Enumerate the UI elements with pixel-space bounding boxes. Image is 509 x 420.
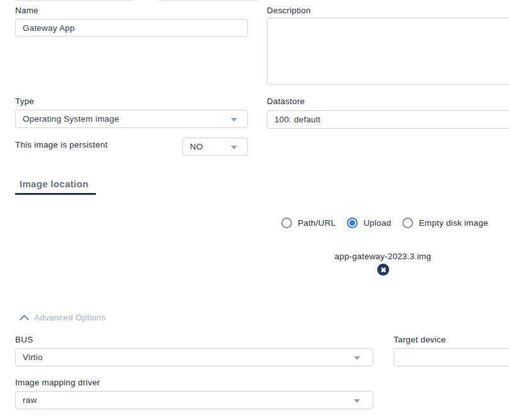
description-textarea[interactable] [267, 18, 509, 85]
persistent-select-value: NO [190, 142, 203, 151]
chevron-up-icon [20, 315, 29, 320]
remove-file-button[interactable] [377, 264, 389, 276]
name-label: Name [15, 6, 38, 15]
tab-image-location[interactable]: Image location [20, 178, 88, 189]
image-create-form: Name Description Type Operating System i… [0, 0, 509, 420]
persistent-label: This image is persistent [15, 140, 108, 149]
datastore-select-value: 100: default [274, 115, 320, 124]
chevron-down-icon [231, 146, 237, 149]
description-label: Description [267, 6, 311, 15]
chevron-down-icon [354, 399, 360, 403]
radio-empty-disk-image-label: Empty disk image [419, 218, 488, 228]
top-divider-segment [15, 0, 134, 1]
tab-active-underline [15, 193, 96, 195]
type-label: Type [15, 96, 34, 106]
image-mapping-driver-label: Image mapping driver [15, 378, 100, 387]
radio-upload-label: Upload [363, 218, 391, 228]
name-input[interactable] [15, 19, 248, 37]
image-mapping-driver-select-value: raw [23, 395, 37, 405]
radio-icon [347, 218, 358, 228]
bus-select-value: Virtio [23, 353, 43, 362]
advanced-options-toggle[interactable]: Advanced Options [20, 313, 106, 322]
type-select-value: Operating System image [23, 114, 119, 124]
image-mapping-driver-select[interactable]: raw [15, 391, 373, 409]
top-divider-segment [159, 0, 259, 1]
advanced-options-label: Advanced Options [34, 313, 106, 322]
radio-upload[interactable]: Upload [347, 218, 391, 228]
radio-empty-disk-image[interactable]: Empty disk image [402, 218, 488, 228]
datastore-label: Datastore [267, 96, 305, 106]
radio-icon [281, 218, 292, 228]
target-device-label: Target device [394, 335, 446, 344]
bus-select[interactable]: Virtio [15, 348, 373, 366]
radio-icon [402, 218, 413, 228]
bus-label: BUS [15, 335, 33, 344]
type-select[interactable]: Operating System image [15, 110, 248, 128]
persistent-select[interactable]: NO [182, 137, 248, 156]
chevron-down-icon [354, 356, 360, 360]
chevron-down-icon [231, 118, 237, 122]
datastore-select[interactable]: 100: default [267, 110, 509, 129]
radio-path-url[interactable]: Path/URL [281, 218, 336, 228]
target-device-input[interactable] [394, 348, 509, 366]
image-location-options: Path/URL Upload Empty disk image [281, 218, 488, 228]
radio-path-url-label: Path/URL [298, 218, 336, 228]
uploaded-file-name: app-gateway-2023.3.img [288, 252, 477, 261]
